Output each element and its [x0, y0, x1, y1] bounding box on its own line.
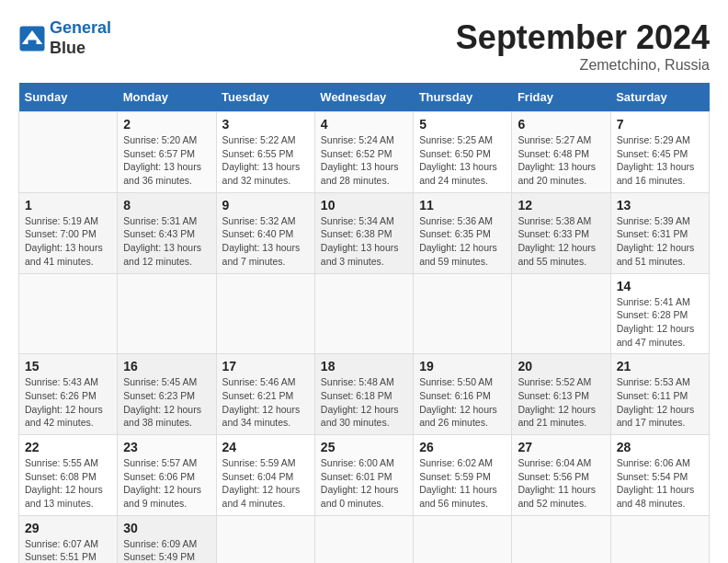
- day-info: Sunrise: 5:41 AM Sunset: 6:28 PM Dayligh…: [617, 295, 703, 350]
- logo: General Blue: [18, 18, 111, 58]
- page-header: General Blue September 2024 Zemetchino, …: [18, 18, 710, 74]
- column-header-monday: Monday: [118, 83, 216, 112]
- column-header-sunday: Sunday: [19, 83, 118, 112]
- day-info: Sunrise: 5:50 AM Sunset: 6:16 PM Dayligh…: [419, 375, 506, 430]
- calendar-cell: 26Sunrise: 6:02 AM Sunset: 5:59 PM Dayli…: [414, 435, 512, 516]
- day-number: 17: [222, 359, 309, 373]
- logo-text: General Blue: [50, 18, 111, 58]
- calendar-cell: 12Sunrise: 5:38 AM Sunset: 6:33 PM Dayli…: [512, 192, 610, 273]
- calendar-row: 15Sunrise: 5:43 AM Sunset: 6:26 PM Dayli…: [19, 354, 710, 435]
- calendar-cell: 7Sunrise: 5:29 AM Sunset: 6:45 PM Daylig…: [610, 112, 709, 193]
- day-info: Sunrise: 5:31 AM Sunset: 6:43 PM Dayligh…: [123, 214, 210, 269]
- calendar-cell: 6Sunrise: 5:27 AM Sunset: 6:48 PM Daylig…: [512, 112, 610, 193]
- day-number: 25: [321, 440, 407, 454]
- day-info: Sunrise: 5:53 AM Sunset: 6:11 PM Dayligh…: [617, 375, 703, 430]
- calendar-row: 29Sunrise: 6:07 AM Sunset: 5:51 PM Dayli…: [19, 515, 710, 563]
- calendar-cell: 27Sunrise: 6:04 AM Sunset: 5:56 PM Dayli…: [512, 435, 610, 516]
- day-info: Sunrise: 5:43 AM Sunset: 6:26 PM Dayligh…: [25, 375, 111, 430]
- day-info: Sunrise: 5:24 AM Sunset: 6:52 PM Dayligh…: [321, 133, 407, 188]
- calendar-cell: 21Sunrise: 5:53 AM Sunset: 6:11 PM Dayli…: [610, 354, 709, 435]
- day-info: Sunrise: 6:02 AM Sunset: 5:59 PM Dayligh…: [419, 456, 506, 511]
- calendar-cell: 9Sunrise: 5:32 AM Sunset: 6:40 PM Daylig…: [216, 192, 314, 273]
- day-info: Sunrise: 6:07 AM Sunset: 5:51 PM Dayligh…: [25, 537, 111, 563]
- calendar-cell: 29Sunrise: 6:07 AM Sunset: 5:51 PM Dayli…: [19, 515, 118, 563]
- day-number: 29: [25, 521, 111, 535]
- day-number: 2: [123, 117, 210, 132]
- column-header-thursday: Thursday: [414, 83, 512, 112]
- day-info: Sunrise: 5:38 AM Sunset: 6:33 PM Dayligh…: [518, 214, 604, 269]
- day-number: 20: [518, 359, 604, 373]
- calendar-body: 2Sunrise: 5:20 AM Sunset: 6:57 PM Daylig…: [19, 112, 710, 564]
- calendar-cell: 4Sunrise: 5:24 AM Sunset: 6:52 PM Daylig…: [314, 112, 413, 193]
- calendar-cell: 19Sunrise: 5:50 AM Sunset: 6:16 PM Dayli…: [414, 354, 512, 435]
- calendar-cell: [118, 273, 216, 354]
- calendar-cell: 14Sunrise: 5:41 AM Sunset: 6:28 PM Dayli…: [610, 273, 709, 354]
- day-number: 30: [123, 521, 210, 535]
- day-info: Sunrise: 5:36 AM Sunset: 6:35 PM Dayligh…: [419, 214, 506, 269]
- calendar-cell: [19, 112, 118, 193]
- month-title: September 2024: [456, 18, 710, 57]
- calendar-cell: 20Sunrise: 5:52 AM Sunset: 6:13 PM Dayli…: [512, 354, 610, 435]
- day-info: Sunrise: 5:57 AM Sunset: 6:06 PM Dayligh…: [123, 456, 210, 511]
- calendar-cell: [314, 273, 413, 354]
- calendar-cell: [610, 515, 709, 563]
- calendar-cell: 16Sunrise: 5:45 AM Sunset: 6:23 PM Dayli…: [118, 354, 216, 435]
- calendar-cell: [512, 515, 610, 563]
- calendar-cell: [414, 515, 512, 563]
- day-info: Sunrise: 5:52 AM Sunset: 6:13 PM Dayligh…: [518, 375, 604, 430]
- calendar-cell: 2Sunrise: 5:20 AM Sunset: 6:57 PM Daylig…: [118, 112, 216, 193]
- day-number: 5: [419, 117, 506, 132]
- calendar-cell: 15Sunrise: 5:43 AM Sunset: 6:26 PM Dayli…: [19, 354, 118, 435]
- day-info: Sunrise: 6:06 AM Sunset: 5:54 PM Dayligh…: [617, 456, 703, 511]
- day-number: 10: [321, 198, 407, 213]
- day-info: Sunrise: 5:32 AM Sunset: 6:40 PM Dayligh…: [222, 214, 309, 269]
- day-info: Sunrise: 6:04 AM Sunset: 5:56 PM Dayligh…: [518, 456, 604, 511]
- calendar-cell: 25Sunrise: 6:00 AM Sunset: 6:01 PM Dayli…: [314, 435, 413, 516]
- calendar-cell: [19, 273, 118, 354]
- day-number: 16: [123, 359, 210, 373]
- calendar-row: 1Sunrise: 5:19 AM Sunset: 7:00 PM Daylig…: [19, 192, 710, 273]
- calendar-cell: [512, 273, 610, 354]
- calendar-cell: 5Sunrise: 5:25 AM Sunset: 6:50 PM Daylig…: [414, 112, 512, 193]
- calendar-cell: 11Sunrise: 5:36 AM Sunset: 6:35 PM Dayli…: [414, 192, 512, 273]
- day-number: 18: [321, 359, 407, 373]
- day-info: Sunrise: 5:55 AM Sunset: 6:08 PM Dayligh…: [25, 456, 111, 511]
- calendar-cell: 28Sunrise: 6:06 AM Sunset: 5:54 PM Dayli…: [610, 435, 709, 516]
- calendar-cell: 10Sunrise: 5:34 AM Sunset: 6:38 PM Dayli…: [314, 192, 413, 273]
- column-header-tuesday: Tuesday: [216, 83, 314, 112]
- day-number: 12: [518, 198, 604, 213]
- title-block: September 2024 Zemetchino, Russia: [456, 18, 710, 74]
- calendar-cell: 24Sunrise: 5:59 AM Sunset: 6:04 PM Dayli…: [216, 435, 314, 516]
- day-info: Sunrise: 5:39 AM Sunset: 6:31 PM Dayligh…: [617, 214, 703, 269]
- day-number: 19: [419, 359, 506, 373]
- calendar-row: 14Sunrise: 5:41 AM Sunset: 6:28 PM Dayli…: [19, 273, 710, 354]
- calendar-cell: 3Sunrise: 5:22 AM Sunset: 6:55 PM Daylig…: [216, 112, 314, 193]
- day-number: 26: [419, 440, 506, 454]
- day-info: Sunrise: 5:20 AM Sunset: 6:57 PM Dayligh…: [123, 133, 210, 188]
- day-number: 6: [518, 117, 604, 132]
- calendar-cell: [414, 273, 512, 354]
- column-header-wednesday: Wednesday: [314, 83, 413, 112]
- calendar-row: 22Sunrise: 5:55 AM Sunset: 6:08 PM Dayli…: [19, 435, 710, 516]
- day-number: 14: [617, 279, 703, 293]
- day-number: 23: [123, 440, 210, 454]
- day-info: Sunrise: 5:34 AM Sunset: 6:38 PM Dayligh…: [321, 214, 407, 269]
- day-info: Sunrise: 5:19 AM Sunset: 7:00 PM Dayligh…: [25, 214, 111, 269]
- logo-icon: [18, 25, 46, 52]
- day-number: 7: [617, 117, 703, 132]
- calendar-table: SundayMondayTuesdayWednesdayThursdayFrid…: [18, 83, 710, 563]
- day-number: 22: [25, 440, 111, 454]
- day-info: Sunrise: 5:59 AM Sunset: 6:04 PM Dayligh…: [222, 456, 309, 511]
- calendar-cell: 13Sunrise: 5:39 AM Sunset: 6:31 PM Dayli…: [610, 192, 709, 273]
- day-info: Sunrise: 5:25 AM Sunset: 6:50 PM Dayligh…: [419, 133, 506, 188]
- day-number: 11: [419, 198, 506, 213]
- calendar-cell: 22Sunrise: 5:55 AM Sunset: 6:08 PM Dayli…: [19, 435, 118, 516]
- column-header-friday: Friday: [512, 83, 610, 112]
- calendar-cell: 23Sunrise: 5:57 AM Sunset: 6:06 PM Dayli…: [118, 435, 216, 516]
- calendar-cell: [216, 515, 314, 563]
- day-number: 8: [123, 198, 210, 213]
- calendar-cell: 1Sunrise: 5:19 AM Sunset: 7:00 PM Daylig…: [19, 192, 118, 273]
- day-info: Sunrise: 5:46 AM Sunset: 6:21 PM Dayligh…: [222, 375, 309, 430]
- location: Zemetchino, Russia: [456, 57, 710, 74]
- calendar-header-row: SundayMondayTuesdayWednesdayThursdayFrid…: [19, 83, 710, 112]
